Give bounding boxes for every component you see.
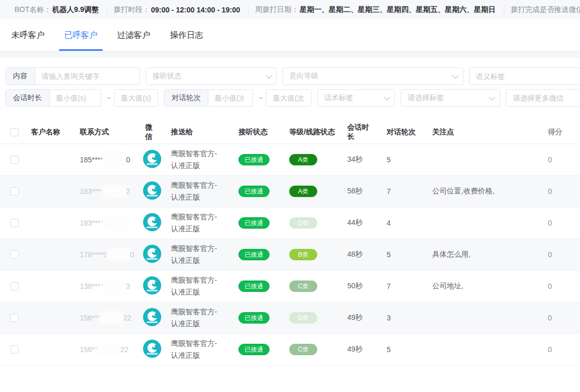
content-keyword-input[interactable] bbox=[35, 68, 139, 85]
wechat-avatar-icon bbox=[143, 276, 161, 295]
phone-cell: 138****3 bbox=[74, 282, 139, 290]
table-row: 178****90 鹰眼智客官方-认准正版 已接通 B类 48秒 5 具体怎么用… bbox=[0, 239, 580, 271]
grade-badge: B类 bbox=[289, 249, 317, 260]
script-tag-select[interactable]: 话术标签 bbox=[317, 89, 395, 107]
bot-info-bar: BOT名称： 机器人9.9调整 拨打时段： 09:00 - 12:00 14:0… bbox=[0, 0, 580, 19]
blur-patch bbox=[104, 156, 125, 163]
push-target: 鹰眼智客官方-认准正版 bbox=[165, 243, 232, 267]
wechat-avatar-icon bbox=[143, 245, 161, 263]
score-cell: 0 bbox=[517, 314, 580, 322]
push-target: 鹰眼智客官方-认准正版 bbox=[165, 179, 232, 203]
phone-suffix: 22 bbox=[123, 314, 132, 322]
select-all-checkbox[interactable] bbox=[10, 128, 19, 136]
bot-name-label: BOT名称： bbox=[15, 5, 51, 15]
tag-select[interactable]: 请选择标签 bbox=[401, 89, 500, 107]
grade-badge: D类 bbox=[289, 217, 317, 229]
rounds-min-input[interactable] bbox=[208, 90, 250, 106]
wechat-avatar-icon bbox=[143, 181, 161, 200]
rounds-cell: 7 bbox=[380, 282, 426, 290]
listen-status-badge: 已接通 bbox=[238, 217, 270, 229]
bot-name-group: BOT名称： 机器人9.9调整 bbox=[8, 5, 107, 15]
header-score: 得分 bbox=[517, 128, 580, 137]
row-checkbox[interactable] bbox=[10, 156, 19, 164]
phone-prefix: 138**** bbox=[80, 282, 103, 290]
dial-period-group: 拨打时段： 09:00 - 12:00 14:00 - 19:00 bbox=[107, 5, 249, 15]
listen-status-badge: 已接通 bbox=[238, 344, 270, 355]
phone-prefix: 183**** bbox=[80, 187, 103, 195]
duration-cell: 44秒 bbox=[341, 218, 380, 228]
push-target: 鹰眼智客官方-认准正版 bbox=[165, 306, 232, 330]
grade-badge: C类 bbox=[289, 344, 317, 355]
listen-status-badge: 已接通 bbox=[238, 249, 270, 260]
tab-filtered-customers[interactable]: 过滤客户 bbox=[112, 21, 155, 51]
header-grade-line-status: 等级/线路状态 bbox=[283, 128, 341, 137]
session-duration-filter: 会话时长 bbox=[5, 89, 101, 107]
table-row: 156**22 鹰眼智客官方-认准正版 已接通 C类 49秒 5 0 bbox=[0, 334, 580, 366]
filter-row-2: 会话时长 ~ 对话轮次 ~ 话术标签 请选择标签 bbox=[5, 89, 580, 109]
phone-cell: 185****0 bbox=[74, 156, 139, 164]
header-dialog-rounds: 对话轮次 bbox=[380, 128, 426, 137]
wechat-avatar-icon bbox=[143, 213, 161, 231]
wechat-avatar-icon bbox=[143, 308, 161, 326]
dial-period-value: 09:00 - 12:00 14:00 - 19:00 bbox=[151, 6, 240, 14]
listen-status-badge: 已接通 bbox=[238, 281, 270, 292]
dialog-rounds-filter: 对话轮次 bbox=[164, 89, 253, 107]
weekly-dial-days-group: 周拨打日期： 星期一、星期二、星期三、星期四、星期五、星期六、星期日 bbox=[249, 5, 504, 15]
score-cell: 0 bbox=[517, 187, 580, 195]
content-filter-label: 内容 bbox=[6, 68, 35, 85]
push-target: 鹰眼智客官方-认准正版 bbox=[165, 148, 232, 172]
row-checkbox[interactable] bbox=[10, 314, 19, 322]
grade-badge: C类 bbox=[289, 281, 317, 292]
wechat-cell bbox=[139, 181, 165, 201]
tab-uncalled-customers[interactable]: 未呼客户 bbox=[6, 21, 50, 51]
rounds-max-input[interactable] bbox=[266, 90, 311, 106]
score-cell: 0 bbox=[517, 219, 580, 227]
listen-status-select[interactable]: 接听状态 bbox=[146, 67, 277, 85]
called-customers-table: 客户名称 联系方式 微信 推送给 接听状态 等级/线路状态 会话时长 对话轮次 … bbox=[0, 120, 580, 366]
phone-prefix: 185**** bbox=[80, 156, 103, 164]
blur-patch bbox=[108, 250, 129, 258]
row-checkbox[interactable] bbox=[10, 187, 19, 195]
wechat-cell bbox=[139, 276, 165, 296]
header-wechat: 微信 bbox=[139, 123, 165, 142]
push-wechat-label: 拨打完成是否推送微信消 bbox=[511, 5, 580, 15]
header-customer-name: 客户名称 bbox=[25, 128, 74, 137]
blur-patch bbox=[98, 345, 119, 353]
table-row: 138****3 鹰眼智客官方-认准正版 已接通 C类 50秒 7 公司地址, … bbox=[0, 271, 580, 302]
bot-name-value: 机器人9.9调整 bbox=[52, 5, 98, 15]
row-checkbox[interactable] bbox=[10, 219, 19, 227]
rounds-cell: 7 bbox=[380, 187, 426, 195]
row-checkbox[interactable] bbox=[10, 250, 19, 259]
phone-suffix: 22 bbox=[120, 345, 129, 354]
grade-badge: A类 bbox=[289, 154, 317, 165]
duration-cell: 50秒 bbox=[341, 282, 380, 291]
semantic-tag-input[interactable] bbox=[470, 68, 580, 85]
row-checkbox[interactable] bbox=[10, 345, 19, 354]
table-row: 185****0 鹰眼智客官方-认准正版 已接通 A类 34秒 5 0 bbox=[0, 144, 580, 176]
wechat-avatar-icon bbox=[143, 150, 161, 168]
focus-cell: 公司地址, bbox=[426, 282, 517, 291]
wechat-cell bbox=[139, 308, 165, 328]
header-contact: 联系方式 bbox=[74, 128, 139, 137]
header-focus: 关注点 bbox=[426, 128, 517, 137]
intent-level-select[interactable]: 意向等级 bbox=[282, 67, 463, 85]
row-checkbox[interactable] bbox=[10, 282, 19, 290]
phone-prefix: 156*** bbox=[80, 314, 101, 322]
more-wechat-filter bbox=[506, 89, 580, 107]
more-wechat-input[interactable] bbox=[506, 90, 580, 106]
listen-status-badge: 已接通 bbox=[238, 154, 270, 165]
filter-panel: 内容 接听状态 意向等级 会话时长 ~ 对话轮次 ~ bbox=[0, 58, 580, 109]
tab-called-customers[interactable]: 已呼客户 bbox=[59, 21, 103, 51]
table-row: 183**** 鹰眼智客官方-认准正版 已接通 D类 44秒 4 0 bbox=[0, 207, 580, 239]
phone-cell: 183****2 bbox=[74, 187, 139, 195]
duration-max-input[interactable] bbox=[115, 90, 158, 106]
phone-prefix: 156** bbox=[80, 345, 97, 354]
wechat-avatar-icon bbox=[143, 340, 161, 358]
blur-patch bbox=[104, 282, 125, 290]
score-cell: 0 bbox=[517, 345, 580, 354]
duration-min-input[interactable] bbox=[50, 90, 98, 106]
rounds-cell: 5 bbox=[380, 156, 426, 164]
chevron-down-icon bbox=[452, 72, 459, 79]
tab-operation-log[interactable]: 操作日志 bbox=[165, 21, 208, 51]
phone-suffix: 3 bbox=[126, 282, 130, 290]
